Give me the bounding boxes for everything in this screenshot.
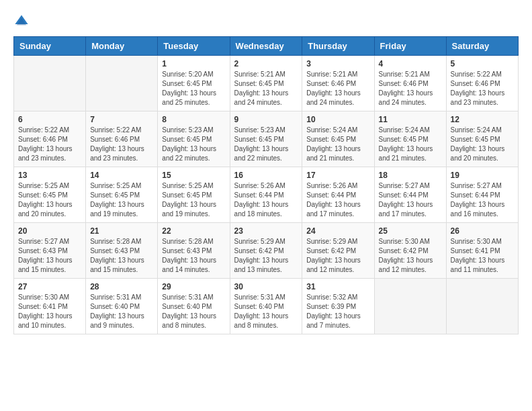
calendar-cell	[374, 279, 446, 334]
day-number: 25	[379, 226, 442, 236]
calendar-header-row: SundayMondayTuesdayWednesdayThursdayFrid…	[14, 37, 519, 56]
day-number: 5	[451, 59, 514, 68]
calendar-cell: 2Sunrise: 5:21 AMSunset: 6:45 PMDaylight…	[230, 56, 302, 111]
col-header-friday: Friday	[374, 37, 446, 56]
day-info: Sunrise: 5:22 AMSunset: 6:46 PMDaylight:…	[18, 126, 81, 163]
day-number: 28	[90, 282, 153, 291]
day-number: 9	[234, 115, 298, 124]
day-info: Sunrise: 5:31 AMSunset: 6:40 PMDaylight:…	[234, 293, 298, 330]
day-info: Sunrise: 5:32 AMSunset: 6:39 PMDaylight:…	[306, 293, 369, 330]
calendar-cell: 18Sunrise: 5:27 AMSunset: 6:44 PMDayligh…	[374, 167, 446, 223]
day-info: Sunrise: 5:28 AMSunset: 6:43 PMDaylight:…	[90, 237, 153, 275]
calendar-cell: 21Sunrise: 5:28 AMSunset: 6:43 PMDayligh…	[86, 223, 158, 279]
day-info: Sunrise: 5:30 AMSunset: 6:41 PMDaylight:…	[451, 237, 514, 275]
col-header-sunday: Sunday	[14, 37, 86, 56]
day-number: 12	[451, 115, 514, 124]
calendar-cell: 26Sunrise: 5:30 AMSunset: 6:41 PMDayligh…	[446, 223, 518, 279]
calendar-cell: 8Sunrise: 5:23 AMSunset: 6:45 PMDaylight…	[158, 111, 230, 167]
calendar-cell: 9Sunrise: 5:23 AMSunset: 6:45 PMDaylight…	[230, 111, 302, 167]
day-number: 10	[306, 115, 369, 124]
calendar-week-4: 20Sunrise: 5:27 AMSunset: 6:43 PMDayligh…	[14, 223, 519, 279]
day-number: 20	[18, 226, 81, 236]
calendar-cell: 1Sunrise: 5:20 AMSunset: 6:45 PMDaylight…	[158, 56, 230, 111]
calendar-cell: 10Sunrise: 5:24 AMSunset: 6:45 PMDayligh…	[302, 111, 374, 167]
day-number: 26	[451, 226, 514, 236]
page-header	[13, 13, 519, 30]
day-info: Sunrise: 5:22 AMSunset: 6:46 PMDaylight:…	[90, 126, 153, 163]
calendar-week-3: 13Sunrise: 5:25 AMSunset: 6:45 PMDayligh…	[14, 167, 519, 223]
day-number: 16	[234, 171, 298, 180]
day-number: 4	[379, 59, 442, 68]
day-info: Sunrise: 5:29 AMSunset: 6:42 PMDaylight:…	[234, 237, 298, 275]
day-number: 13	[18, 171, 81, 180]
day-number: 1	[162, 59, 225, 68]
day-number: 17	[306, 171, 369, 180]
calendar-cell: 4Sunrise: 5:21 AMSunset: 6:46 PMDaylight…	[374, 56, 446, 111]
day-number: 23	[234, 226, 298, 236]
day-info: Sunrise: 5:31 AMSunset: 6:40 PMDaylight:…	[90, 293, 153, 330]
day-number: 14	[90, 171, 153, 180]
calendar-cell: 11Sunrise: 5:24 AMSunset: 6:45 PMDayligh…	[374, 111, 446, 167]
calendar-cell: 23Sunrise: 5:29 AMSunset: 6:42 PMDayligh…	[230, 223, 302, 279]
day-info: Sunrise: 5:21 AMSunset: 6:45 PMDaylight:…	[234, 70, 298, 107]
col-header-wednesday: Wednesday	[230, 37, 302, 56]
calendar-cell: 29Sunrise: 5:31 AMSunset: 6:40 PMDayligh…	[158, 279, 230, 334]
calendar-week-1: 1Sunrise: 5:20 AMSunset: 6:45 PMDaylight…	[14, 56, 519, 111]
day-info: Sunrise: 5:24 AMSunset: 6:45 PMDaylight:…	[379, 126, 442, 163]
day-info: Sunrise: 5:24 AMSunset: 6:45 PMDaylight:…	[451, 126, 514, 163]
day-number: 24	[306, 226, 369, 236]
day-number: 15	[162, 171, 225, 180]
calendar-cell	[14, 56, 86, 111]
day-number: 7	[90, 115, 153, 124]
day-info: Sunrise: 5:25 AMSunset: 6:45 PMDaylight:…	[18, 181, 81, 219]
day-info: Sunrise: 5:25 AMSunset: 6:45 PMDaylight:…	[90, 181, 153, 219]
day-info: Sunrise: 5:20 AMSunset: 6:45 PMDaylight:…	[162, 70, 225, 107]
calendar-cell: 28Sunrise: 5:31 AMSunset: 6:40 PMDayligh…	[86, 279, 158, 334]
calendar-cell	[86, 56, 158, 111]
day-number: 29	[162, 282, 225, 291]
day-info: Sunrise: 5:29 AMSunset: 6:42 PMDaylight:…	[306, 237, 369, 275]
day-info: Sunrise: 5:30 AMSunset: 6:41 PMDaylight:…	[18, 293, 81, 330]
logo-icon	[13, 13, 30, 30]
logo	[13, 13, 32, 30]
calendar-cell: 24Sunrise: 5:29 AMSunset: 6:42 PMDayligh…	[302, 223, 374, 279]
day-info: Sunrise: 5:22 AMSunset: 6:46 PMDaylight:…	[451, 70, 514, 107]
day-number: 2	[234, 59, 298, 68]
calendar-cell: 17Sunrise: 5:26 AMSunset: 6:44 PMDayligh…	[302, 167, 374, 223]
day-number: 21	[90, 226, 153, 236]
calendar-cell: 19Sunrise: 5:27 AMSunset: 6:44 PMDayligh…	[446, 167, 518, 223]
calendar-cell: 15Sunrise: 5:25 AMSunset: 6:45 PMDayligh…	[158, 167, 230, 223]
day-number: 27	[18, 282, 81, 291]
col-header-thursday: Thursday	[302, 37, 374, 56]
calendar-cell: 13Sunrise: 5:25 AMSunset: 6:45 PMDayligh…	[14, 167, 86, 223]
day-number: 6	[18, 115, 81, 124]
day-number: 19	[451, 171, 514, 180]
day-number: 8	[162, 115, 225, 124]
calendar-cell: 12Sunrise: 5:24 AMSunset: 6:45 PMDayligh…	[446, 111, 518, 167]
col-header-monday: Monday	[86, 37, 158, 56]
calendar-cell: 6Sunrise: 5:22 AMSunset: 6:46 PMDaylight…	[14, 111, 86, 167]
day-info: Sunrise: 5:27 AMSunset: 6:44 PMDaylight:…	[451, 181, 514, 219]
col-header-tuesday: Tuesday	[158, 37, 230, 56]
calendar-cell: 20Sunrise: 5:27 AMSunset: 6:43 PMDayligh…	[14, 223, 86, 279]
calendar-cell: 3Sunrise: 5:21 AMSunset: 6:46 PMDaylight…	[302, 56, 374, 111]
calendar-cell: 22Sunrise: 5:28 AMSunset: 6:43 PMDayligh…	[158, 223, 230, 279]
day-number: 30	[234, 282, 298, 291]
day-info: Sunrise: 5:21 AMSunset: 6:46 PMDaylight:…	[306, 70, 369, 107]
calendar-week-2: 6Sunrise: 5:22 AMSunset: 6:46 PMDaylight…	[14, 111, 519, 167]
calendar-table: SundayMondayTuesdayWednesdayThursdayFrid…	[13, 36, 519, 334]
day-info: Sunrise: 5:30 AMSunset: 6:42 PMDaylight:…	[379, 237, 442, 275]
day-info: Sunrise: 5:27 AMSunset: 6:44 PMDaylight:…	[379, 181, 442, 219]
day-number: 18	[379, 171, 442, 180]
day-number: 11	[379, 115, 442, 124]
day-info: Sunrise: 5:23 AMSunset: 6:45 PMDaylight:…	[234, 126, 298, 163]
day-info: Sunrise: 5:26 AMSunset: 6:44 PMDaylight:…	[306, 181, 369, 219]
calendar-cell: 5Sunrise: 5:22 AMSunset: 6:46 PMDaylight…	[446, 56, 518, 111]
day-info: Sunrise: 5:27 AMSunset: 6:43 PMDaylight:…	[18, 237, 81, 275]
day-number: 22	[162, 226, 225, 236]
calendar-cell	[446, 279, 518, 334]
day-info: Sunrise: 5:23 AMSunset: 6:45 PMDaylight:…	[162, 126, 225, 163]
calendar-cell: 27Sunrise: 5:30 AMSunset: 6:41 PMDayligh…	[14, 279, 86, 334]
day-info: Sunrise: 5:21 AMSunset: 6:46 PMDaylight:…	[379, 70, 442, 107]
day-number: 3	[306, 59, 369, 68]
